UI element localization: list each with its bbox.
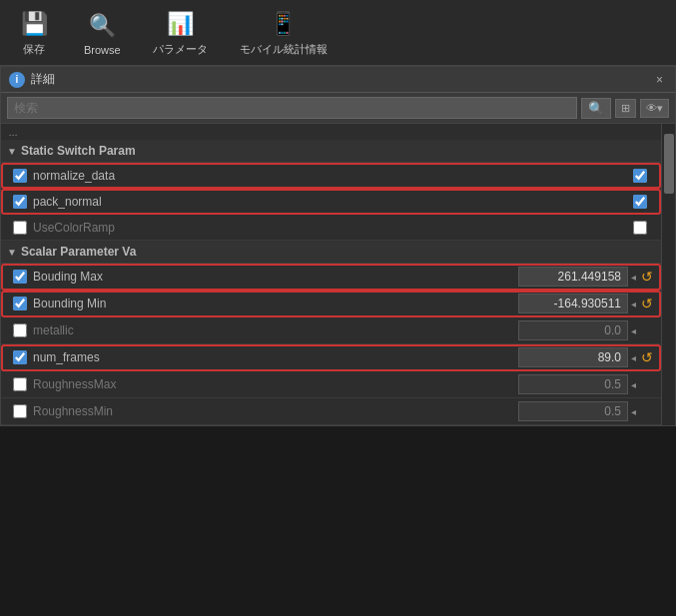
roughness-min-value-container: ◂ ↺ (518, 401, 653, 421)
roughness-max-input[interactable] (518, 374, 628, 394)
prop-roughness-max: RoughnessMax ◂ ↺ (1, 371, 661, 398)
roughness-max-arrow: ◂ (631, 379, 636, 390)
section-scalar-param[interactable]: ▼ Scalar Parameter Va (1, 241, 661, 264)
browse-icon: 🔍 (84, 10, 120, 42)
view-toggle-button[interactable]: ⊞ (615, 99, 636, 118)
roughness-min-label: RoughnessMin (33, 404, 518, 418)
toolbar: 💾 保存 🔍 Browse 📊 パラメータ 📱 モバイル統計情報 (0, 0, 676, 66)
info-icon: i (9, 72, 25, 88)
bouding-max-value-container: ◂ ↺ (518, 267, 653, 287)
num-frames-input[interactable] (518, 347, 628, 367)
normalize-data-value-checkbox[interactable] (633, 169, 647, 183)
roughness-max-value-container: ◂ ↺ (518, 374, 653, 394)
scrollbar-thumb[interactable] (664, 134, 674, 194)
bounding-min-input[interactable] (518, 294, 628, 313)
metallic-checkbox[interactable] (13, 323, 27, 337)
bouding-max-reset[interactable]: ↺ (641, 269, 653, 285)
prop-normalize-data: normalize_data (1, 163, 661, 189)
details-panel: i 詳細 × 🔍 ⊞ 👁▾ ... ▼ Static Switch Param … (0, 66, 676, 426)
section-static-switch[interactable]: ▼ Static Switch Param (1, 140, 661, 163)
bouding-max-checkbox[interactable] (13, 270, 27, 284)
roughness-max-checkbox[interactable] (13, 377, 27, 391)
pack-normal-label: pack_normal (33, 195, 633, 209)
toolbar-parameters[interactable]: 📊 パラメータ (145, 4, 216, 61)
truncated-indicator: ... (1, 124, 661, 140)
roughness-max-label: RoughnessMax (33, 377, 518, 391)
metallic-arrow: ◂ (631, 325, 636, 336)
bounding-min-arrow: ◂ (631, 299, 636, 309)
prop-bouding-max: Bouding Max ◂ ↺ (1, 264, 661, 291)
use-color-ramp-checkbox[interactable] (13, 221, 27, 235)
mobile-stats-label: モバイル統計情報 (240, 42, 328, 57)
roughness-min-arrow: ◂ (631, 406, 636, 417)
scrollbar[interactable] (661, 124, 675, 425)
content-area: ... ▼ Static Switch Param normalize_data… (1, 124, 675, 425)
bounding-min-reset[interactable]: ↺ (641, 296, 653, 311)
prop-num-frames: num_frames ◂ ↺ (1, 344, 661, 371)
num-frames-value-container: ◂ ↺ (518, 347, 653, 367)
bouding-max-input[interactable] (518, 267, 628, 287)
parameters-label: パラメータ (153, 42, 208, 57)
metallic-label: metallic (33, 323, 518, 337)
num-frames-label: num_frames (33, 350, 518, 364)
section-arrow-static: ▼ (7, 146, 17, 157)
visibility-button[interactable]: 👁▾ (640, 99, 669, 118)
toolbar-save[interactable]: 💾 保存 (8, 4, 60, 61)
roughness-min-input[interactable] (518, 401, 628, 421)
prop-metallic: metallic ◂ ↺ (1, 317, 661, 344)
prop-roughness-min: RoughnessMin ◂ ↺ (1, 398, 661, 425)
prop-use-color-ramp: UseColorRamp (1, 215, 661, 241)
roughness-min-checkbox[interactable] (13, 404, 27, 418)
properties-list: ... ▼ Static Switch Param normalize_data… (1, 124, 661, 425)
panel-close-button[interactable]: × (652, 73, 667, 87)
bounding-min-value-container: ◂ ↺ (518, 294, 653, 313)
browse-label: Browse (84, 44, 121, 56)
bouding-max-label: Bouding Max (33, 270, 518, 284)
panel-title: 詳細 (31, 71, 646, 88)
pack-normal-value-checkbox[interactable] (633, 195, 647, 209)
search-button[interactable]: 🔍 (581, 98, 611, 119)
bouding-max-arrow: ◂ (631, 272, 636, 283)
save-label: 保存 (23, 42, 45, 57)
mobile-stats-icon: 📱 (266, 8, 302, 40)
pack-normal-checkbox[interactable] (13, 195, 27, 209)
search-bar: 🔍 ⊞ 👁▾ (1, 93, 675, 124)
search-input[interactable] (7, 97, 577, 119)
section-title-static: Static Switch Param (21, 144, 136, 158)
use-color-ramp-value-checkbox[interactable] (633, 221, 647, 235)
num-frames-reset[interactable]: ↺ (641, 349, 653, 365)
num-frames-checkbox[interactable] (13, 350, 27, 364)
toolbar-mobile-stats[interactable]: 📱 モバイル統計情報 (232, 4, 336, 61)
use-color-ramp-label: UseColorRamp (33, 221, 633, 235)
prop-pack-normal: pack_normal (1, 189, 661, 215)
toolbar-browse[interactable]: 🔍 Browse (76, 6, 129, 60)
metallic-value-container: ◂ ↺ (518, 320, 653, 340)
save-icon: 💾 (16, 8, 52, 40)
bounding-min-label: Bounding Min (33, 297, 518, 310)
panel-header: i 詳細 × (1, 67, 675, 93)
normalize-data-label: normalize_data (33, 169, 633, 183)
parameters-icon: 📊 (162, 8, 198, 40)
section-title-scalar: Scalar Parameter Va (21, 245, 136, 259)
section-arrow-scalar: ▼ (7, 247, 17, 258)
bounding-min-checkbox[interactable] (13, 297, 27, 310)
prop-bounding-min: Bounding Min ◂ ↺ (1, 291, 661, 317)
normalize-data-checkbox[interactable] (13, 169, 27, 183)
num-frames-arrow: ◂ (631, 352, 636, 363)
metallic-input[interactable] (518, 320, 628, 340)
